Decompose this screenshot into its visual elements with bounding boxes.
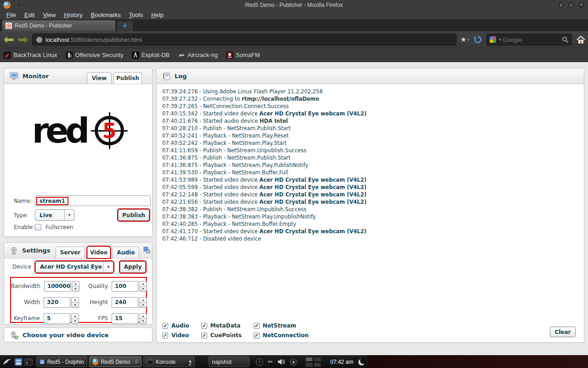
- url-bar[interactable]: localhost:5080/demos/publisher.html: [32, 34, 457, 46]
- checkbox-checked-icon[interactable]: ✓: [254, 323, 260, 329]
- stream-name-value: stream1: [36, 197, 68, 205]
- offensive-security-icon: [66, 52, 73, 59]
- bookmark-exploit-db[interactable]: Exploit-DB: [132, 52, 170, 59]
- reload-button-icon[interactable]: [473, 35, 482, 44]
- info-icon[interactable]: i: [256, 358, 263, 366]
- desktop-1[interactable]: [305, 357, 313, 362]
- checkbox-checked-icon[interactable]: ✓: [201, 323, 207, 329]
- webcam-icon: [10, 247, 18, 255]
- apply-button[interactable]: Apply: [120, 261, 146, 273]
- filter-video[interactable]: ✓ Video: [162, 332, 189, 339]
- file-manager-icon[interactable]: [14, 357, 23, 367]
- height-stepper[interactable]: 240 ▲▼: [112, 297, 147, 308]
- width-stepper[interactable]: 320 ▲▼: [44, 297, 79, 308]
- filter-netconnection[interactable]: ✓ NetConnection: [254, 332, 309, 339]
- menu-help[interactable]: Help: [147, 11, 167, 19]
- bookmark-somafm[interactable]: SomaFM: [226, 52, 260, 59]
- backtrack-menu-icon[interactable]: [1, 356, 12, 368]
- tab-bar: 5 Red5 Demo - Publisher +: [0, 19, 588, 31]
- filter-audio[interactable]: ✓ Audio: [162, 322, 189, 329]
- spin-buttons[interactable]: ▲▼: [139, 313, 147, 324]
- bookmark-offensive-security[interactable]: Offensive Security: [66, 52, 124, 59]
- fps-stepper[interactable]: 15 ▲▼: [112, 313, 147, 324]
- expand-tray-icon[interactable]: ▲: [290, 358, 297, 366]
- log-entry: 07:40:52:242 - Playback - NetStream.Play…: [162, 139, 578, 147]
- log-output[interactable]: 07:39:24:276 - Using Adobe Linux Flash P…: [157, 85, 584, 342]
- taskbar-button-firefox[interactable]: Red5 Demo - Pu: [89, 356, 141, 367]
- checkbox-checked-icon[interactable]: ✓: [162, 323, 168, 329]
- checkbox-checked-icon[interactable]: ✓: [201, 333, 207, 339]
- filter-netstream[interactable]: ✓ NetStream: [254, 322, 309, 329]
- back-button-icon[interactable]: [3, 36, 14, 44]
- taskbar-button-konsole[interactable]: Konsole ▲ 2: [143, 356, 195, 367]
- home-button-icon[interactable]: [577, 36, 585, 44]
- bookmark-backtrack-linux[interactable]: BackTrack Linux: [4, 52, 57, 59]
- url-host: localhost: [45, 36, 69, 43]
- spin-up-icon: ▲: [140, 282, 147, 287]
- site-identity-globe-icon[interactable]: [36, 37, 42, 43]
- log-entry: 07:39:27:232 - Connecting to rtmp://loca…: [162, 95, 578, 103]
- desktop-4[interactable]: [314, 362, 321, 367]
- bookmarks-toolbar: BackTrack Linux Offensive Security Explo…: [0, 48, 588, 62]
- taskbar-button-snapshot[interactable]: napshot: [209, 356, 249, 367]
- spin-buttons[interactable]: ▲▼: [71, 297, 79, 308]
- menu-view[interactable]: View: [39, 11, 59, 19]
- fullscreen-checkbox[interactable]: [35, 224, 41, 230]
- browser-tab[interactable]: 5 Red5 Demo - Publisher: [2, 20, 116, 31]
- keyframe-stepper[interactable]: 5 ▲▼: [44, 313, 79, 324]
- menu-tools[interactable]: Tools: [125, 11, 147, 19]
- forward-button-icon[interactable]: [17, 36, 28, 44]
- minimize-button[interactable]: ∨: [557, 1, 565, 9]
- close-button[interactable]: ×: [577, 1, 585, 9]
- publish-button[interactable]: Publish: [118, 209, 149, 221]
- speaker-icon[interactable]: [277, 358, 285, 365]
- bandwidth-stepper[interactable]: 100000 ▲▼: [44, 281, 79, 292]
- maximize-button[interactable]: ◇: [567, 1, 575, 9]
- filter-cuepoints[interactable]: ✓ CuePoints: [201, 332, 242, 339]
- taskbar-button-dolphin[interactable]: Red5 - Dolphin: [36, 356, 87, 367]
- tab-video[interactable]: Video: [87, 247, 110, 258]
- terminal-icon[interactable]: [24, 358, 33, 366]
- magnifier-icon[interactable]: [562, 36, 569, 43]
- tab-server[interactable]: Server: [56, 247, 85, 258]
- moon-icon[interactable]: [358, 358, 366, 366]
- log-title: Log: [175, 73, 187, 80]
- chevron-down-icon[interactable]: ▾: [499, 37, 501, 42]
- bookmark-star-button[interactable]: ★ ▾: [460, 35, 469, 44]
- menu-bookmarks[interactable]: Bookmarks: [87, 11, 124, 19]
- desktop-3[interactable]: [305, 362, 313, 367]
- menu-history[interactable]: History: [60, 11, 86, 19]
- spin-buttons[interactable]: ▲▼: [71, 313, 79, 324]
- device-dropdown[interactable]: Acer HD Crystal Eye web ▼: [35, 261, 113, 273]
- bandwidth-label: Bandwidth: [11, 283, 40, 289]
- clear-button[interactable]: Clear: [550, 327, 576, 337]
- scissors-icon[interactable]: ✂: [268, 358, 273, 365]
- tab-audio[interactable]: Audio: [113, 247, 139, 258]
- taskbar-clock[interactable]: 07:42 am: [330, 359, 353, 365]
- checkbox-checked-icon[interactable]: ✓: [162, 333, 168, 339]
- menu-file[interactable]: File: [3, 11, 20, 19]
- desktop-2[interactable]: [314, 357, 321, 362]
- log-filters: ✓ Audio ✓ Video ✓ MetaData ✓ CuePoints: [162, 322, 309, 339]
- panel-restore-icon[interactable]: [143, 246, 151, 254]
- spin-buttons[interactable]: ▲▼: [72, 281, 79, 292]
- search-input[interactable]: Google: [503, 36, 560, 43]
- firefox-icon: [92, 358, 99, 365]
- search-bar[interactable]: ▾ Google: [486, 34, 572, 46]
- new-tab-button[interactable]: +: [117, 21, 133, 31]
- google-engine-icon[interactable]: [490, 36, 496, 43]
- stream-name-input[interactable]: stream1: [35, 196, 151, 206]
- checkbox-checked-icon[interactable]: ✓: [254, 333, 260, 339]
- quality-stepper[interactable]: 100 ▲▼: [112, 281, 147, 292]
- type-dropdown[interactable]: Live ▼: [35, 209, 74, 221]
- spin-buttons[interactable]: ▲▼: [139, 297, 147, 308]
- desktop-pager[interactable]: [305, 357, 321, 367]
- tab-view[interactable]: View: [87, 72, 112, 84]
- filter-metadata[interactable]: ✓ MetaData: [201, 322, 242, 329]
- bookmark-aircrack-ng[interactable]: Aircrack-ng: [178, 52, 218, 59]
- status-message: Choose your video device: [23, 332, 108, 339]
- menu-edit[interactable]: Edit: [21, 11, 38, 19]
- red5-logo-number: 5: [102, 119, 117, 143]
- spin-buttons[interactable]: ▲▼: [139, 281, 147, 292]
- tab-publish[interactable]: Publish: [113, 72, 142, 84]
